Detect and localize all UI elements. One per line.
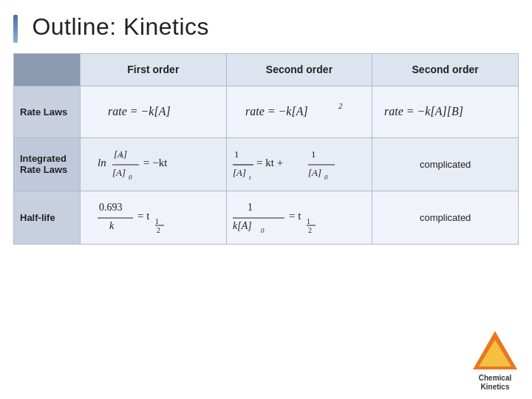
- svg-text:0: 0: [324, 174, 328, 181]
- integrated-rate-laws-row: Integrated Rate Laws ln [A] t [A] 0 = −k…: [14, 137, 519, 191]
- rate-laws-label: Rate Laws: [14, 86, 81, 137]
- header-second-order-1: Second order: [226, 53, 372, 86]
- half-life-row: Half-life 0.693 k = t 1 2: [14, 191, 519, 244]
- header-first-order: First order: [81, 53, 227, 86]
- rate-law-second1-formula: rate = −k[A] 2: [226, 86, 372, 137]
- svg-text:0: 0: [261, 227, 265, 234]
- svg-text:k[A]: k[A]: [233, 220, 252, 231]
- logo-text: Chemical Kinetics: [479, 374, 511, 392]
- integrated-label: Integrated Rate Laws: [14, 137, 81, 191]
- halflife-second-formula: 1 k[A] 0 = t 1 2: [226, 191, 372, 244]
- page: Outline: Kinetics First order Second ord…: [0, 0, 532, 399]
- svg-text:[A]: [A]: [112, 167, 126, 178]
- integrated-complicated: complicated: [372, 137, 519, 191]
- svg-text:2: 2: [338, 101, 343, 110]
- svg-text:0.693: 0.693: [99, 202, 123, 213]
- svg-text:ln: ln: [98, 157, 106, 168]
- halflife-first-formula: 0.693 k = t 1 2: [81, 191, 227, 244]
- svg-text:= t: = t: [137, 210, 150, 222]
- svg-text:[A]: [A]: [308, 167, 321, 178]
- svg-text:= kt +: = kt +: [256, 157, 283, 168]
- logo-triangle: [471, 330, 519, 371]
- page-title: Outline: Kinetics: [13, 13, 519, 43]
- svg-text:rate = −k[A]: rate = −k[A]: [245, 105, 308, 117]
- integrated-second-formula: 1 [A] t = kt + 1 [A] 0: [226, 137, 372, 191]
- rate-law-first-formula: rate = −k[A]: [81, 86, 227, 137]
- svg-text:1: 1: [234, 149, 239, 160]
- svg-text:1: 1: [248, 202, 253, 213]
- svg-text:k: k: [109, 220, 115, 231]
- halflife-label: Half-life: [14, 191, 81, 244]
- header-blank: [14, 53, 81, 86]
- kinetics-table: First order Second order Second order Ra…: [13, 53, 519, 245]
- svg-text:1: 1: [311, 149, 316, 160]
- header-second-order-2: Second order: [372, 53, 519, 86]
- integrated-first-formula: ln [A] t [A] 0 = −kt: [81, 137, 227, 191]
- title-accent: [13, 15, 18, 43]
- svg-text:2: 2: [157, 226, 160, 234]
- rate-laws-row: Rate Laws rate = −k[A] rate = −k[A] 2: [14, 86, 519, 137]
- table-header-row: First order Second order Second order: [14, 53, 519, 86]
- svg-text:0: 0: [129, 174, 132, 181]
- svg-text:1: 1: [155, 217, 159, 225]
- svg-text:t: t: [249, 174, 251, 181]
- svg-text:rate = −k[A]: rate = −k[A]: [108, 105, 171, 117]
- svg-text:1: 1: [307, 217, 310, 225]
- svg-text:rate = −k[A][B]: rate = −k[A][B]: [384, 105, 463, 117]
- halflife-complicated: complicated: [372, 191, 519, 244]
- svg-text:= −kt: = −kt: [143, 157, 168, 168]
- svg-text:[A]: [A]: [233, 167, 246, 178]
- rate-law-second2-formula: rate = −k[A][B]: [372, 86, 519, 137]
- svg-text:2: 2: [308, 226, 312, 234]
- logo-area: Chemical Kinetics: [471, 330, 519, 392]
- svg-text:= t: = t: [289, 210, 301, 222]
